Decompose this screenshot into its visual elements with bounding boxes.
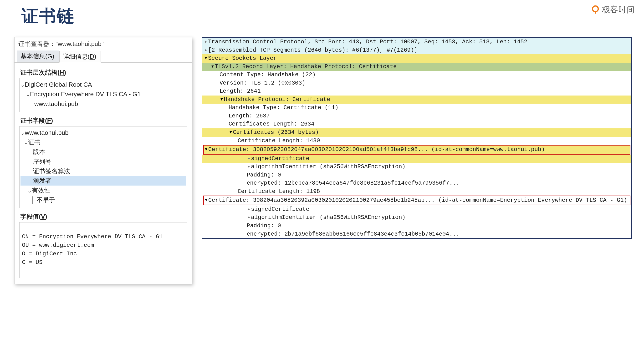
tree-node-label: 证书签名算法 (33, 167, 70, 175)
tree-row-certificates[interactable]: Certificates (2634 bytes) (202, 128, 631, 137)
tree-row-text: Certificate Length: 1430 (238, 137, 630, 145)
tree-row-signed-cert[interactable]: signedCertificate (202, 155, 631, 163)
tree-row-tls-record[interactable]: TLSv1.2 Record Layer: Handshake Protocol… (202, 63, 631, 71)
field-value-line: O = DigiCert Inc (22, 251, 77, 257)
tree-row-ssl[interactable]: Secure Sockets Layer (202, 54, 631, 63)
tree-row-padding[interactable]: Padding: 0 (202, 171, 631, 179)
tree-row-cert2[interactable]: Certificate: 308204aa30820392a0030201020… (204, 196, 630, 205)
tree-row-cert2-length[interactable]: Certificate Length: 1198 (202, 187, 631, 196)
tab-detail-info[interactable]: 详细信息(D) (59, 51, 101, 63)
tree-node-serial[interactable]: │ 序列号 (20, 157, 186, 166)
tree-row-text: signedCertificate (251, 205, 630, 214)
chevron-right-icon[interactable] (204, 38, 208, 46)
tab-label: 详细信息( (63, 53, 90, 60)
tree-row-text: Padding: 0 (247, 222, 630, 230)
cert-fields-tree[interactable]: www.taohui.pub 证书 │ 版本 │ 序列号 │ 证书签名算法 │ … (19, 126, 187, 208)
chevron-right-icon[interactable] (247, 205, 251, 214)
chevron-right-icon[interactable] (204, 46, 208, 54)
tree-row-text: Transmission Control Protocol, Src Port:… (208, 38, 630, 46)
tree-row-padding-2[interactable]: Padding: 0 (202, 222, 631, 230)
tree-row-tcp[interactable]: Transmission Control Protocol, Src Port:… (202, 38, 631, 46)
tree-row-record-length[interactable]: Length: 2641 (202, 87, 631, 95)
cert-hierarchy-tree[interactable]: DigiCert Global Root CA Encryption Every… (19, 78, 187, 112)
tree-row-text: encrypted: 2b71a9ebf686abb68166cc5ffe843… (247, 230, 630, 238)
tab-suffix: ) (94, 53, 96, 60)
chevron-down-icon[interactable] (28, 186, 32, 195)
tree-node-validity[interactable]: 有效性 (20, 186, 186, 195)
tree-row-algo-id[interactable]: algorithmIdentifier (sha256WithRSAEncryp… (202, 163, 631, 171)
tree-row-cert1[interactable]: Certificate: 308205923082047aa0030201020… (204, 146, 630, 154)
tree-node-issuer[interactable]: │ 颁发者 (20, 176, 186, 185)
field-value-line: OU = www.digicert.com (22, 242, 94, 248)
tab-hotkey: G (48, 53, 52, 60)
tree-node-label: DigiCert Global Root CA (25, 81, 92, 88)
tree-row-text: Secure Sockets Layer (208, 54, 630, 63)
chevron-down-icon[interactable] (210, 63, 215, 71)
tree-node-label: Encryption Everywhere DV TLS CA - G1 (30, 90, 141, 98)
page-title: 证书链 (22, 5, 632, 28)
tab-basic-info[interactable]: 基本信息(G) (17, 50, 59, 62)
tree-row-encrypted2[interactable]: encrypted: 2b71a9ebf686abb68166cc5ffe843… (202, 230, 631, 238)
chevron-down-icon[interactable] (24, 137, 28, 147)
tree-row-text: Handshake Type: Certificate (11) (228, 104, 630, 112)
tree-guide: │ (31, 196, 36, 203)
chevron-down-icon[interactable] (220, 95, 224, 104)
tree-row-cert1-length[interactable]: Certificate Length: 1430 (202, 137, 631, 145)
packet-detail-tree[interactable]: Transmission Control Protocol, Src Port:… (202, 37, 632, 239)
heading-hierarchy: 证书层次结构(H) (20, 68, 186, 77)
tree-row-reassembled[interactable]: [2 Reassembled TCP Segments (2646 bytes)… (202, 46, 631, 54)
tree-row-text: algorithmIdentifier (sha256WithRSAEncryp… (251, 213, 630, 222)
chevron-down-icon[interactable] (20, 128, 25, 137)
heading-hotkey: V (41, 213, 45, 220)
tree-row-algo-id-2[interactable]: algorithmIdentifier (sha256WithRSAEncryp… (202, 213, 631, 222)
tree-row-handshake-protocol[interactable]: Handshake Protocol: Certificate (202, 95, 631, 104)
field-value-line: CN = Encryption Everywhere DV TLS CA - G… (22, 233, 163, 240)
tree-row-text: Certificate: 308205923082047aa0030201020… (208, 146, 628, 154)
tree-row-text: Version: TLS 1.2 (0x0303) (220, 79, 630, 87)
cert-tabs: 基本信息(G) 详细信息(D) (14, 50, 192, 63)
tree-node-root-ca[interactable]: DigiCert Global Root CA (20, 80, 186, 89)
chevron-right-icon[interactable] (247, 155, 251, 163)
chevron-right-icon[interactable] (247, 213, 251, 222)
tree-row-text: algorithmIdentifier (sha256WithRSAEncryp… (251, 163, 630, 171)
field-value-box[interactable]: CN = Encryption Everywhere DV TLS CA - G… (19, 222, 187, 278)
tree-node-label: 证书 (28, 139, 40, 146)
brand-icon (590, 5, 600, 14)
tree-row-text: signedCertificate (251, 155, 630, 163)
heading-suffix: ) (64, 69, 66, 76)
tree-node-subject[interactable]: www.taohui.pub (20, 128, 186, 137)
tree-row-handshake-type[interactable]: Handshake Type: Certificate (11) (202, 104, 631, 112)
tree-row-certificates-length[interactable]: Certificates Length: 2634 (202, 120, 631, 128)
chevron-down-icon[interactable] (228, 128, 233, 137)
chevron-down-icon[interactable] (204, 54, 208, 63)
chevron-down-icon[interactable] (204, 146, 208, 154)
heading-field-value: 字段值(V) (20, 212, 186, 221)
tree-node-leaf-cert[interactable]: www.taohui.pub (20, 99, 186, 109)
svg-rect-1 (595, 11, 596, 13)
chevron-down-icon[interactable] (204, 196, 208, 205)
heading-fields: 证书字段(F) (20, 116, 186, 125)
chevron-down-icon[interactable] (20, 80, 25, 89)
tree-row-text: Padding: 0 (247, 171, 630, 179)
tree-row-text: TLSv1.2 Record Layer: Handshake Protocol… (215, 63, 630, 71)
tree-node-intermediate-ca[interactable]: Encryption Everywhere DV TLS CA - G1 (20, 89, 186, 99)
tree-node-not-before[interactable]: │ 不早于 (20, 195, 186, 205)
chevron-down-icon[interactable] (26, 89, 30, 99)
tree-row-version[interactable]: Version: TLS 1.2 (0x0303) (202, 79, 631, 87)
tree-node-label: 版本 (33, 148, 45, 155)
tree-node-version[interactable]: │ 版本 (20, 147, 186, 156)
tree-guide: │ (28, 177, 33, 184)
tree-node-label: www.taohui.pub (34, 100, 78, 107)
highlight-box-cert1: Certificate: 308205923082047aa0030201020… (203, 145, 630, 155)
tree-row-content-type[interactable]: Content Type: Handshake (22) (202, 71, 631, 79)
tree-row-text: Content Type: Handshake (22) (220, 71, 630, 79)
tree-node-certificate[interactable]: 证书 (20, 137, 186, 147)
heading-suffix: ) (51, 117, 53, 124)
tree-row-encrypted1[interactable]: encrypted: 12bcbca78e544cca647fdc8c68231… (202, 179, 631, 187)
tree-row-signed-cert-2[interactable]: signedCertificate (202, 205, 631, 214)
tree-node-sig-algo[interactable]: │ 证书签名算法 (20, 166, 186, 176)
heading-text: 证书层次结构( (20, 69, 60, 76)
tree-row-text: Length: 2637 (228, 112, 630, 120)
chevron-right-icon[interactable] (247, 163, 251, 171)
tree-row-handshake-length[interactable]: Length: 2637 (202, 112, 631, 120)
